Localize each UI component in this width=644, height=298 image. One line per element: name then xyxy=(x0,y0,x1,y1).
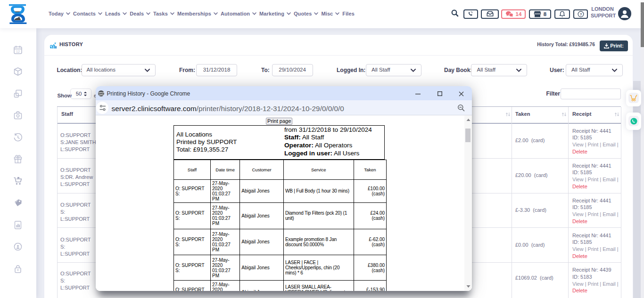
svg-text:?: ? xyxy=(579,12,582,16)
svg-text:12: 12 xyxy=(16,49,20,53)
